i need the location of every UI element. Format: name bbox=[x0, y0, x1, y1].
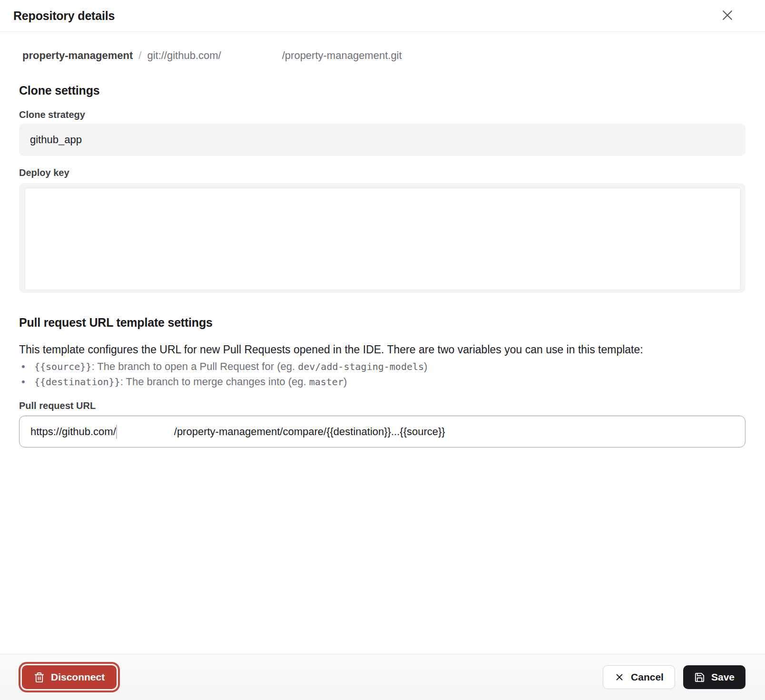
pr-template-heading: Pull request URL template settings bbox=[19, 316, 213, 330]
modal-footer: Disconnect Cancel bbox=[0, 654, 765, 700]
close-button[interactable] bbox=[716, 5, 738, 27]
modal-title: Repository details bbox=[13, 9, 115, 23]
trash-icon bbox=[34, 672, 45, 683]
repository-details-modal: Repository details property-management /… bbox=[0, 0, 765, 700]
pull-request-url-input[interactable]: https://github.com/ /property-management… bbox=[19, 416, 745, 447]
clone-settings-heading: Clone settings bbox=[19, 84, 99, 97]
clone-strategy-label: Clone strategy bbox=[19, 109, 85, 120]
clone-strategy-field: github_app bbox=[19, 124, 745, 156]
variable-destination: {{destination}} bbox=[34, 376, 120, 388]
git-url-prefix: git://github.com/ bbox=[147, 49, 221, 62]
bullet-icon: • bbox=[21, 376, 34, 388]
pr-template-variable-list: • {{source}} : The branch to open a Pull… bbox=[21, 360, 427, 391]
close-icon bbox=[720, 8, 735, 24]
cancel-button[interactable]: Cancel bbox=[603, 665, 675, 689]
git-url-suffix: /property-management.git bbox=[282, 49, 402, 62]
save-icon bbox=[694, 672, 705, 683]
disconnect-button-label: Disconnect bbox=[51, 671, 105, 683]
list-item: • {{source}} : The branch to open a Pull… bbox=[21, 360, 427, 376]
variable-source-close: ) bbox=[424, 360, 427, 373]
bullet-icon: • bbox=[21, 360, 34, 373]
breadcrumb: property-management / git://github.com/ … bbox=[22, 49, 746, 62]
deploy-key-field-frame bbox=[19, 183, 745, 293]
variable-source-desc: : The branch to open a Pull Request for … bbox=[91, 360, 298, 373]
breadcrumb-separator: / bbox=[138, 49, 141, 62]
deploy-key-label: Deploy key bbox=[19, 167, 69, 178]
save-button[interactable]: Save bbox=[683, 665, 745, 689]
variable-destination-desc: : The branch to merge changes into (eg. bbox=[120, 376, 309, 388]
text-cursor bbox=[116, 425, 117, 439]
modal-header: Repository details bbox=[0, 0, 765, 32]
cancel-button-label: Cancel bbox=[631, 671, 664, 683]
footer-actions: Cancel Save bbox=[603, 665, 745, 689]
disconnect-button[interactable]: Disconnect bbox=[22, 665, 117, 689]
variable-source: {{source}} bbox=[34, 361, 91, 372]
save-button-label: Save bbox=[711, 671, 735, 683]
url-value-prefix: https://github.com/ bbox=[30, 426, 116, 438]
pull-request-url-label: Pull request URL bbox=[19, 400, 96, 411]
deploy-key-textarea[interactable] bbox=[25, 188, 741, 290]
clone-strategy-value: github_app bbox=[30, 134, 82, 146]
repo-name: property-management bbox=[22, 49, 133, 62]
x-icon bbox=[614, 672, 625, 682]
list-item: • {{destination}} : The branch to merge … bbox=[21, 376, 427, 391]
variable-destination-close: ) bbox=[343, 376, 347, 388]
url-value-suffix: /property-management/compare/{{destinati… bbox=[174, 426, 445, 438]
pr-template-description: This template configures the URL for new… bbox=[19, 343, 736, 356]
variable-destination-example: master bbox=[309, 376, 343, 388]
variable-source-example: dev/add-staging-models bbox=[298, 361, 424, 372]
